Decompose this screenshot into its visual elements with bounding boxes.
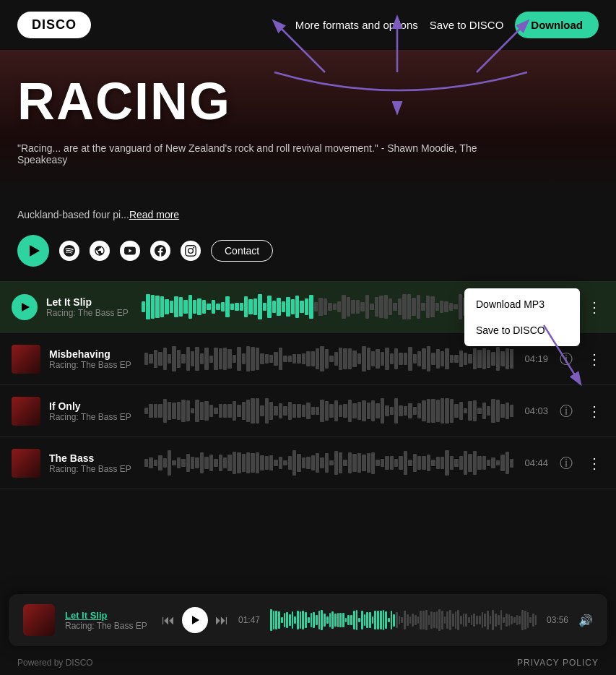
artist-description: Auckland-based four pi...Read more [0, 194, 616, 228]
track-info: Let It Slip Racing: The Bass EP [46, 296, 133, 318]
track-info-button[interactable]: ⓘ [557, 452, 576, 475]
waveform[interactable] [144, 398, 513, 424]
track-album: Racing: The Bass EP [46, 308, 133, 318]
player-volume-button[interactable]: 🔊 [578, 614, 593, 627]
track-name: Misbehaving [49, 348, 136, 360]
track-duration: 04:03 [522, 405, 548, 416]
player-play-button[interactable] [182, 607, 208, 633]
player-waveform[interactable] [270, 609, 537, 631]
privacy-policy-link[interactable]: PRIVACY POLICY [517, 658, 599, 668]
waveform[interactable] [142, 294, 513, 320]
powered-by: Powered by DISCO [17, 658, 93, 668]
track-more-button[interactable]: ⋮ [584, 348, 604, 371]
track-thumbnail [12, 345, 40, 374]
facebook-icon[interactable] [150, 241, 170, 261]
track-name: If Only [49, 400, 136, 412]
track-row: The Bass Racing: The Bass EP 04:44 ⓘ ⋮ [0, 437, 616, 489]
hero-section: RACING "Racing... are at the vanguard of… [0, 50, 616, 194]
player-current-time: 01:47 [238, 615, 260, 625]
track-row: Let It Slip Racing: The Bass EP 03:56 ⓘ … [0, 281, 616, 333]
play-all-button[interactable] [17, 235, 49, 267]
track-name: Let It Slip [46, 296, 133, 308]
youtube-icon[interactable] [120, 241, 140, 261]
header: DISCO More formats and options Save to D… [0, 0, 616, 50]
track-more-button[interactable]: ⋮ [584, 452, 604, 475]
track-album: Racing: The Bass EP [49, 464, 136, 474]
player-track-album: Racing: The Bass EP [65, 621, 152, 631]
spotify-icon[interactable] [59, 241, 79, 261]
track-duration: 04:19 [522, 353, 548, 364]
track-info: The Bass Racing: The Bass EP [49, 452, 136, 474]
player-thumbnail [23, 604, 55, 636]
player-track-info: Let It Slip Racing: The Bass EP [65, 610, 152, 631]
player-total-time: 03:56 [547, 615, 568, 625]
header-actions: More formats and options Save to DISCO D… [295, 12, 599, 38]
instagram-icon[interactable] [181, 241, 201, 261]
bottom-player: Let It Slip Racing: The Bass EP ⏮ ⏭ 01:4… [9, 594, 607, 646]
track-play-button[interactable] [12, 294, 38, 320]
artist-title: RACING [17, 72, 599, 131]
save-to-disco-link[interactable]: Save to DISCO [430, 19, 504, 31]
track-album: Racing: The Bass EP [49, 360, 136, 370]
track-info: Misbehaving Racing: The Bass EP [49, 348, 136, 370]
read-more-link[interactable]: Read more [129, 209, 179, 220]
track-duration: 04:44 [522, 457, 548, 468]
player-prev-button[interactable]: ⏮ [162, 613, 175, 628]
track-info-button[interactable]: ⓘ [557, 348, 576, 371]
player-track-name[interactable]: Let It Slip [65, 610, 152, 621]
track-name: The Bass [49, 452, 136, 464]
website-icon[interactable] [90, 241, 110, 261]
download-mp3-item[interactable]: Download MP3 [464, 291, 580, 317]
track-thumbnail [12, 397, 40, 426]
download-button[interactable]: Download [515, 12, 599, 38]
logo: DISCO [17, 12, 91, 38]
player-next-button[interactable]: ⏭ [215, 613, 228, 628]
artist-quote: "Racing... are at the vanguard of New Ze… [17, 142, 508, 165]
track-thumbnail [12, 449, 40, 478]
track-list: Let It Slip Racing: The Bass EP 03:56 ⓘ … [0, 281, 616, 489]
social-row: Contact [0, 228, 616, 281]
footer: Powered by DISCO PRIVACY POLICY [0, 650, 616, 675]
more-formats-link[interactable]: More formats and options [295, 19, 418, 31]
track-dropdown-menu: Download MP3 Save to DISCO [464, 288, 580, 346]
track-album: Racing: The Bass EP [49, 412, 136, 422]
player-controls: ⏮ ⏭ [162, 607, 228, 633]
waveform[interactable] [144, 346, 513, 372]
track-info-button[interactable]: ⓘ [557, 400, 576, 423]
contact-button[interactable]: Contact [211, 240, 273, 262]
track-more-button[interactable]: ⋮ [584, 400, 604, 423]
waveform[interactable] [144, 450, 513, 476]
track-info: If Only Racing: The Bass EP [49, 400, 136, 422]
track-more-button[interactable]: ⋮ [584, 296, 604, 319]
save-to-disco-item[interactable]: Save to DISCO [464, 317, 580, 343]
track-row: If Only Racing: The Bass EP 04:03 ⓘ ⋮ [0, 385, 616, 437]
